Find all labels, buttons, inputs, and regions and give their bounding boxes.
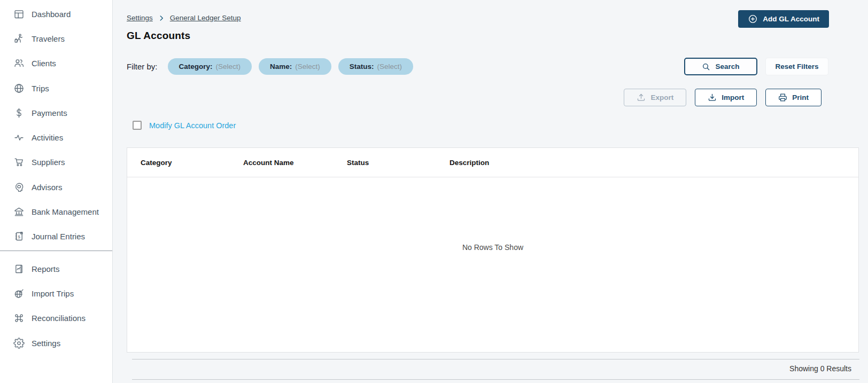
sidebar-item-import-trips[interactable]: Import Trips (0, 281, 112, 306)
import-button[interactable]: Import (695, 89, 757, 106)
sidebar-item-label: Dashboard (32, 10, 71, 19)
report-icon (13, 263, 25, 275)
sidebar-item-label: Bank Management (32, 207, 99, 216)
search-button[interactable]: Search (684, 58, 757, 75)
sidebar-item-travelers[interactable]: Travelers (0, 26, 112, 51)
export-button-label: Export (650, 93, 673, 101)
filter-pill-name: Category: (179, 62, 213, 71)
sidebar-divider (0, 251, 112, 251)
breadcrumb-link-general-ledger-setup[interactable]: General Ledger Setup (170, 14, 241, 22)
dollar-icon (13, 107, 25, 119)
search-icon (702, 62, 710, 71)
svg-text:$: $ (18, 235, 20, 239)
filter-pill-status[interactable]: Status: (Select) (338, 58, 413, 75)
page-title: GL Accounts (127, 30, 190, 42)
dashboard-icon (13, 9, 25, 20)
table-actions: Export Import Print (624, 89, 821, 106)
search-button-label: Search (715, 62, 739, 71)
import-globe-icon (13, 288, 25, 299)
sidebar-item-label: Advisors (32, 183, 63, 192)
column-header-status[interactable]: Status (347, 159, 449, 167)
upload-icon (637, 93, 646, 102)
sidebar-item-label: Trips (32, 84, 49, 93)
sidebar-item-clients[interactable]: Clients (0, 51, 112, 76)
modify-order-label: Modify GL Account Order (149, 121, 236, 130)
print-button-label: Print (792, 93, 809, 101)
sidebar-item-label: Payments (32, 108, 67, 118)
sidebar-item-advisors[interactable]: Advisors (0, 175, 112, 199)
filter-pill-value: (Select) (295, 62, 320, 71)
gl-accounts-table: Category Account Name Status Description… (127, 147, 859, 353)
globe-icon (13, 83, 25, 94)
sidebar-item-journal-entries[interactable]: $ Journal Entries (0, 224, 112, 249)
export-button[interactable]: Export (624, 89, 686, 106)
sidebar-item-label: Suppliers (32, 158, 65, 167)
sidebar-item-label: Reports (32, 264, 60, 273)
results-summary: Showing 0 Results (789, 364, 851, 373)
breadcrumb: Settings General Ledger Setup (127, 14, 241, 22)
filter-pill-name: Name: (270, 62, 292, 71)
empty-rows-message: No Rows To Show (462, 243, 523, 252)
sidebar-item-activities[interactable]: Activities (0, 125, 112, 150)
filter-by-label: Filter by: (127, 62, 158, 71)
journal-icon: $ (13, 231, 25, 242)
download-icon (708, 93, 717, 102)
sidebar-item-label: Journal Entries (32, 232, 85, 241)
filter-pill-name: Status: (350, 62, 374, 71)
people-icon (13, 58, 25, 69)
sidebar-item-payments[interactable]: Payments (0, 100, 112, 125)
add-gl-account-label: Add GL Account (763, 15, 819, 23)
command-icon (13, 312, 25, 324)
sidebar-item-reconciliations[interactable]: Reconciliations (0, 306, 112, 331)
sidebar-item-label: Activities (32, 133, 63, 142)
footer-divider-top (132, 359, 859, 359)
filter-pill-category[interactable]: Category: (Select) (168, 58, 252, 75)
import-button-label: Import (722, 93, 744, 101)
printer-icon (778, 93, 787, 102)
sidebar-item-label: Settings (32, 339, 60, 348)
traveler-icon (13, 33, 25, 44)
reset-filters-button[interactable]: Reset Filters (765, 58, 828, 75)
sidebar-item-label: Import Trips (32, 289, 74, 298)
table-header-row: Category Account Name Status Description (127, 148, 858, 177)
column-header-account-name[interactable]: Account Name (243, 159, 347, 167)
plus-circle-icon (748, 14, 758, 24)
breadcrumb-link-settings[interactable]: Settings (127, 14, 153, 22)
filter-pill-value: (Select) (377, 62, 402, 71)
add-gl-account-button[interactable]: Add GL Account (738, 10, 829, 28)
filter-bar: Filter by: Category: (Select) Name: (Sel… (127, 58, 413, 75)
modify-order-toggle[interactable]: Modify GL Account Order (133, 121, 236, 130)
sidebar-item-trips[interactable]: Trips (0, 76, 112, 100)
sidebar-item-label: Clients (32, 59, 56, 68)
advisor-icon (13, 182, 25, 193)
chevron-right-icon (158, 14, 165, 22)
sidebar-item-dashboard[interactable]: Dashboard (0, 2, 112, 26)
print-button[interactable]: Print (765, 89, 821, 106)
sidebar-item-bank-management[interactable]: Bank Management (0, 199, 112, 224)
filter-pill-name[interactable]: Name: (Select) (259, 58, 331, 75)
cart-icon (13, 157, 25, 168)
pulse-icon (13, 132, 25, 143)
sidebar-item-reports[interactable]: Reports (0, 256, 112, 281)
footer-divider-bottom (132, 379, 859, 380)
main-content: Settings General Ledger Setup GL Account… (113, 0, 868, 383)
sidebar-item-settings[interactable]: Settings (0, 331, 112, 355)
bank-icon (13, 206, 25, 217)
column-header-description[interactable]: Description (449, 159, 858, 167)
column-header-category[interactable]: Category (141, 159, 243, 167)
filter-pill-value: (Select) (216, 62, 241, 71)
table-body: No Rows To Show (127, 177, 858, 353)
sidebar-item-suppliers[interactable]: Suppliers (0, 150, 112, 175)
sidebar-item-label: Travelers (32, 34, 65, 43)
gear-icon (13, 338, 25, 349)
modify-order-checkbox[interactable] (133, 121, 142, 130)
sidebar: Dashboard Travelers Clients Trips Paymen… (0, 0, 113, 383)
sidebar-item-label: Reconciliations (32, 314, 86, 323)
